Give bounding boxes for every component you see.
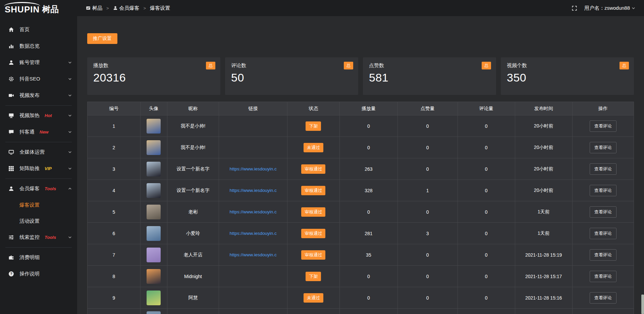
- crumb-site-icon: [86, 6, 91, 10]
- sidebar-item[interactable]: ?操作说明: [0, 266, 77, 282]
- sidebar-item[interactable]: 会员爆客Tools: [0, 180, 77, 197]
- sidebar-item-label: 数据总览: [19, 43, 40, 49]
- profile-link[interactable]: https://www.iesdouyin.c: [219, 231, 287, 236]
- sidebar-item[interactable]: 视频加热Hot: [0, 107, 77, 124]
- stat-card-label: 视频个数: [507, 62, 628, 69]
- cell-plays: 0: [340, 287, 398, 309]
- cell-likes: 3: [398, 223, 458, 244]
- breadcrumb-item[interactable]: 会员爆客: [113, 5, 140, 11]
- cell: [515, 309, 573, 314]
- view-comments-button[interactable]: 查看评论: [590, 271, 616, 282]
- cell-avatar: [141, 158, 167, 180]
- sidebar-subitem[interactable]: 爆客设置: [0, 197, 77, 213]
- main-content: 推广设置 播放数总20316评论数总50点赞数总581视频个数总350 编号头像…: [77, 16, 644, 314]
- chat-icon: [8, 129, 14, 135]
- promo-settings-button[interactable]: 推广设置: [87, 33, 117, 44]
- cell: [340, 309, 398, 314]
- view-comments-button[interactable]: 查看评论: [590, 228, 616, 239]
- breadcrumb-label: 爆客设置: [150, 5, 170, 11]
- table-row: 6小爱玲https://www.iesdouyin.c审核通过281301天前查…: [88, 223, 634, 244]
- view-comments-button[interactable]: 查看评论: [590, 185, 616, 196]
- table-header-cell: 评论量: [458, 102, 515, 115]
- avatar: [147, 311, 161, 314]
- cell-avatar: [141, 266, 167, 287]
- avatar: [147, 119, 161, 134]
- cell-comments: 0: [458, 137, 515, 158]
- stat-card-value: 350: [507, 71, 628, 84]
- cell-link: https://www.iesdouyin.c: [219, 223, 287, 244]
- cell-id: 2: [88, 137, 141, 158]
- view-comments-button[interactable]: 查看评论: [590, 120, 616, 132]
- sidebar-item-tag: Hot: [45, 113, 52, 118]
- profile-link[interactable]: https://www.iesdouyin.c: [219, 209, 287, 214]
- chevron-down-icon: [68, 150, 72, 154]
- sidebar-divider: [5, 142, 72, 142]
- breadcrumb-item[interactable]: 树品: [86, 5, 102, 11]
- cell-likes: 0: [398, 244, 458, 266]
- cell-comments: 0: [458, 266, 515, 287]
- sidebar-item-label: 矩阵助推: [19, 165, 40, 172]
- cell-id: 5: [88, 201, 141, 223]
- sidebar-item[interactable]: 数据总览: [0, 38, 77, 54]
- cell-actions: 查看评论: [573, 201, 634, 223]
- sidebar-item[interactable]: 账号管理: [0, 54, 77, 71]
- cell-publish-time: 20小时前: [515, 137, 573, 158]
- sidebar: SHUPIN 树品 首页数据总览账号管理抖音SEO视频发布视频加热Hot抖客通N…: [0, 0, 77, 314]
- sidebar-item[interactable]: 矩阵助推VIP: [0, 160, 77, 177]
- crumb-user-icon: [113, 6, 118, 10]
- profile-link[interactable]: https://www.iesdouyin.c: [219, 188, 287, 193]
- app-window: SHUPIN 树品 首页数据总览账号管理抖音SEO视频发布视频加热Hot抖客通N…: [0, 0, 644, 314]
- sidebar-item-label: 会员爆客: [19, 186, 40, 192]
- sidebar-subitem[interactable]: 活动设置: [0, 213, 77, 229]
- scrollbar-thumb[interactable]: [641, 295, 644, 314]
- cell-publish-time: 2021-11-28 15:17: [515, 266, 573, 287]
- sidebar-item-label: 视频加热: [19, 112, 40, 119]
- logo: SHUPIN 树品: [0, 0, 77, 17]
- profile-link[interactable]: https://www.iesdouyin.c: [219, 252, 287, 257]
- table-row: 7老人开店https://www.iesdouyin.c审核通过35002021…: [88, 244, 634, 266]
- view-comments-button[interactable]: 查看评论: [590, 206, 616, 218]
- sidebar-item[interactable]: 线索监控Tools: [0, 229, 77, 246]
- chevron-down-icon: [632, 6, 635, 10]
- cell-publish-time: 2021-11-28 15:16: [515, 287, 573, 309]
- sidebar-divider: [5, 178, 72, 179]
- view-comments-button[interactable]: 查看评论: [590, 292, 616, 304]
- monitor-icon: [8, 149, 14, 155]
- chevron-down-icon: [68, 77, 72, 81]
- chevron-down-icon: [68, 235, 72, 239]
- cell-comments: 0: [458, 223, 515, 244]
- cell-link: https://www.iesdouyin.c: [219, 180, 287, 201]
- sidebar-item[interactable]: 抖音SEO: [0, 71, 77, 87]
- view-comments-button[interactable]: 查看评论: [590, 249, 616, 261]
- sidebar-item[interactable]: 全媒体运营: [0, 144, 77, 160]
- username-dropdown[interactable]: 用户名：zswodun88: [584, 5, 635, 11]
- username-label: 用户名：zswodun88: [584, 5, 630, 11]
- table-header-cell: 操作: [573, 102, 634, 115]
- sidebar-item-label: 抖音SEO: [19, 76, 40, 82]
- cell-actions: 查看评论: [573, 137, 634, 158]
- cell-status: 审核通过: [287, 244, 340, 266]
- sidebar-item[interactable]: 消费明细: [0, 249, 77, 266]
- sidebar-item[interactable]: 抖客通New: [0, 124, 77, 140]
- stat-card-label: 播放数: [93, 62, 214, 69]
- cell-plays: 0: [340, 115, 398, 137]
- chevron-down-icon: [68, 130, 72, 134]
- sidebar-item-label: 抖客通: [19, 129, 35, 135]
- table-header-cell: 头像: [141, 102, 167, 115]
- stat-card-label: 点赞数: [369, 62, 490, 69]
- fullscreen-icon[interactable]: [572, 6, 577, 11]
- sidebar-item[interactable]: 视频发布: [0, 87, 77, 104]
- cell-link: [219, 115, 287, 137]
- cell-plays: 0: [340, 201, 398, 223]
- gear-icon: [8, 76, 14, 82]
- breadcrumb-item[interactable]: 爆客设置: [150, 5, 170, 11]
- sidebar-item[interactable]: 首页: [0, 21, 77, 38]
- stat-card-value: 50: [231, 71, 352, 84]
- cell-avatar: [141, 115, 167, 137]
- cell: [573, 309, 634, 314]
- view-comments-button[interactable]: 查看评论: [590, 142, 616, 153]
- avatar: [147, 183, 161, 198]
- view-comments-button[interactable]: 查看评论: [590, 163, 616, 175]
- cell-publish-time: 1天前: [515, 223, 573, 244]
- profile-link[interactable]: https://www.iesdouyin.c: [219, 166, 287, 171]
